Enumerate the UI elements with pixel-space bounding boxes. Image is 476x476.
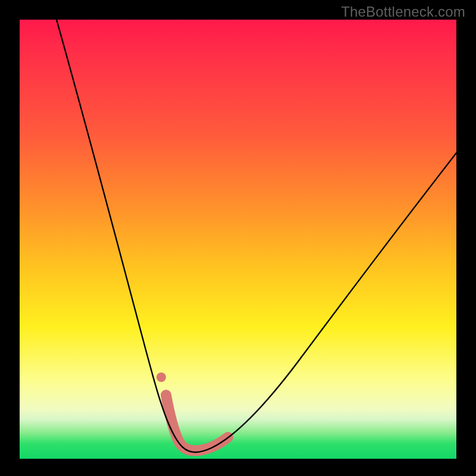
- watermark-text: TheBottleneck.com: [341, 4, 465, 20]
- plot-area: [20, 20, 456, 459]
- highlight-marker: [156, 372, 166, 382]
- chart-frame: TheBottleneck.com: [0, 0, 476, 476]
- highlight-band: [166, 395, 228, 451]
- curve-svg: [20, 20, 456, 459]
- bottleneck-curve: [57, 20, 456, 452]
